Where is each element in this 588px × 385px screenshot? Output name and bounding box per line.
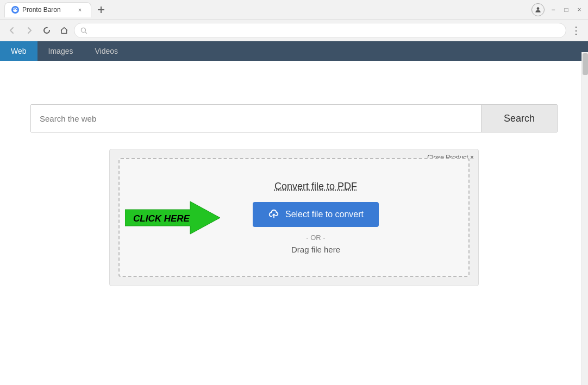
url-bar[interactable] [74,23,566,38]
back-button[interactable] [4,23,20,38]
home-button[interactable] [57,23,72,38]
click-here-text: CLICK HERE [133,213,190,224]
nav-tabs-bar: Web Images Videos [0,41,588,61]
search-container: Search [30,104,558,132]
svg-point-5 [81,28,85,32]
search-icon [80,27,87,34]
widget-inner: CLICK HERE Convert file to PDF Select fi… [118,158,470,277]
address-bar: ⋮ [0,20,588,41]
scrollbar[interactable] [581,52,588,385]
new-tab-button[interactable] [93,2,109,17]
menu-button[interactable]: ⋮ [568,23,584,38]
svg-line-6 [85,31,87,33]
tab-close-button[interactable]: × [76,5,84,14]
main-content: Search Close Product × CLICK HERE Conver… [0,61,588,286]
or-divider: - OR - [306,233,325,242]
widget-container: Close Product × CLICK HERE Convert file … [109,149,479,286]
browser-tab[interactable]: Pronto Baron × [4,2,91,17]
maximize-button[interactable]: □ [562,5,571,14]
click-here-arrow: CLICK HERE [125,199,223,237]
select-file-button[interactable]: Select file to convert [253,202,379,227]
title-bar: Pronto Baron × − □ × [0,0,588,20]
tab-title: Pronto Baron [22,6,72,14]
forward-button[interactable] [22,23,37,38]
tab-favicon [11,6,19,14]
search-input[interactable] [31,105,481,132]
tab-web[interactable]: Web [0,41,37,61]
drag-file-text: Drag file here [291,245,340,254]
tab-images[interactable]: Images [37,41,84,61]
widget-title: Convert file to PDF [274,181,357,192]
refresh-button[interactable] [39,23,54,38]
tab-videos[interactable]: Videos [84,41,129,61]
select-file-label: Select file to convert [285,210,364,219]
upload-icon [268,209,280,220]
arrow-icon: CLICK HERE [125,199,223,237]
svg-point-3 [537,7,540,10]
svg-marker-4 [47,27,48,28]
search-button[interactable]: Search [481,105,557,132]
window-close-button[interactable]: × [575,5,584,14]
svg-rect-2 [98,9,104,10]
window-controls: − □ × [531,3,584,16]
profile-icon[interactable] [531,3,545,16]
minimize-button[interactable]: − [549,5,558,14]
url-input[interactable] [91,26,560,34]
scrollbar-thumb[interactable] [583,53,588,75]
